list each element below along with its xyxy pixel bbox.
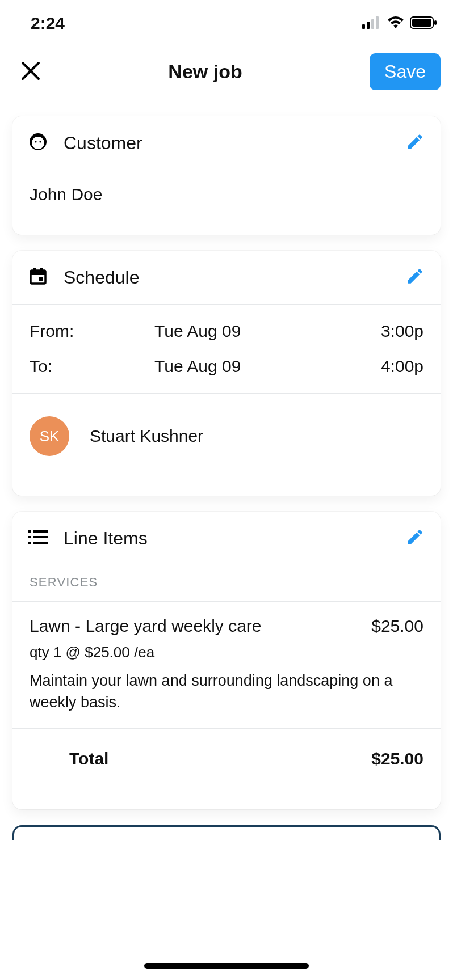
schedule-edit-button[interactable] [405,267,425,288]
avatar: SK [30,416,69,456]
calendar-icon [28,267,48,288]
schedule-from-row[interactable]: From: Tue Aug 09 3:00p [12,305,441,349]
next-card-teaser [12,825,441,840]
battery-icon [410,14,437,33]
status-time: 2:24 [31,14,65,33]
to-time: 4:00p [344,357,423,376]
total-label: Total [69,749,108,768]
pencil-icon [405,132,425,151]
total-value: $25.00 [371,749,423,768]
to-date: Tue Aug 09 [120,357,344,376]
svg-rect-16 [40,268,43,272]
svg-point-10 [32,137,44,149]
line-item-description: Maintain your lawn and surrounding lands… [30,670,423,713]
from-date: Tue Aug 09 [120,322,344,341]
svg-rect-14 [31,271,45,275]
schedule-section-title: Schedule [64,267,139,288]
services-group-label: SERVICES [12,565,441,602]
svg-rect-15 [33,268,36,272]
line-items-card-header: Line Items [12,512,441,565]
svg-rect-18 [28,530,31,533]
header: New job Save [0,40,453,107]
svg-rect-5 [412,19,431,27]
customer-card-header: Customer [12,116,441,170]
line-item-qty: qty 1 @ $25.00 /ea [30,644,423,661]
schedule-card: Schedule From: Tue Aug 09 3:00p To: Tue … [12,251,441,496]
svg-rect-3 [376,16,379,29]
svg-rect-2 [371,19,374,29]
svg-rect-21 [33,536,48,538]
pencil-icon [405,267,425,286]
cellular-icon [362,14,381,33]
svg-rect-6 [434,20,437,25]
person-icon [28,132,48,154]
status-icons [362,14,437,33]
svg-rect-0 [362,24,365,29]
home-indicator [144,963,309,969]
from-label: From: [30,322,120,341]
svg-rect-20 [28,536,31,538]
line-item-price: $25.00 [371,616,423,636]
save-button[interactable]: Save [370,53,441,90]
line-items-section-title: Line Items [64,528,148,549]
svg-rect-19 [33,530,48,533]
schedule-card-header: Schedule [12,251,441,305]
list-icon [28,529,48,547]
customer-name: John Doe [30,185,423,204]
line-item-row[interactable]: Lawn - Large yard weekly care $25.00 qty… [12,602,441,729]
svg-point-12 [39,141,41,142]
schedule-rows: From: Tue Aug 09 3:00p To: Tue Aug 09 4:… [12,305,441,394]
page-title: New job [168,61,242,83]
status-bar: 2:24 [0,0,453,40]
svg-rect-23 [33,542,48,544]
assignee-row[interactable]: SK Stuart Kushner [12,394,441,496]
wifi-icon [387,14,404,33]
line-items-card: Line Items SERVICES Lawn - Large yard we… [12,512,441,809]
total-row: Total $25.00 [12,729,441,809]
svg-rect-1 [367,22,370,29]
svg-rect-17 [39,277,43,281]
close-icon [20,61,41,81]
close-button[interactable] [20,61,41,83]
pencil-icon [405,527,425,547]
assignee-name: Stuart Kushner [90,426,203,446]
svg-point-11 [35,141,36,142]
customer-card: Customer John Doe [12,116,441,235]
line-items-edit-button[interactable] [405,527,425,549]
to-label: To: [30,357,120,376]
from-time: 3:00p [344,322,423,341]
line-item-name: Lawn - Large yard weekly care [30,616,262,636]
customer-edit-button[interactable] [405,132,425,154]
schedule-to-row[interactable]: To: Tue Aug 09 4:00p [12,349,441,393]
customer-section-title: Customer [64,133,142,154]
svg-rect-22 [28,542,31,544]
